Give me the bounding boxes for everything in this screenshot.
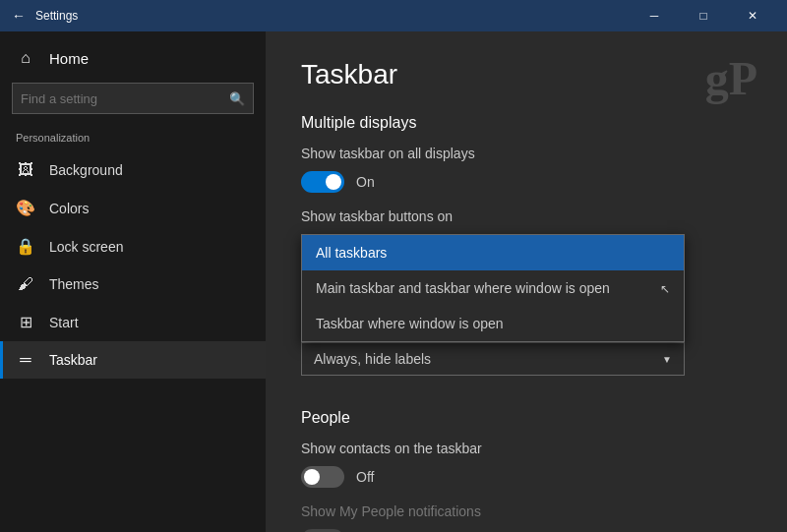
minimize-button[interactable]: ─ [632, 0, 677, 31]
title-bar: ← Settings ─ □ ✕ [0, 0, 787, 31]
app-body: ⌂ Home 🔍 Personalization 🖼 Background 🎨 … [0, 31, 787, 532]
colors-icon: 🎨 [16, 199, 35, 217]
sidebar-item-label: Start [49, 315, 79, 330]
search-box[interactable]: 🔍 [12, 83, 254, 114]
sidebar-item-background[interactable]: 🖼 Background [0, 151, 266, 189]
maximize-button[interactable]: □ [681, 0, 726, 31]
sidebar-section-label: Personalization [0, 128, 266, 151]
combine-buttons-value: Always, hide labels [314, 351, 431, 367]
show-buttons-dropdown-open[interactable]: All taskbars Main taskbar and taskbar wh… [301, 234, 685, 342]
dropdown-option-open-only[interactable]: Taskbar where window is open [302, 306, 684, 341]
notifications-label: Show My People notifications [301, 503, 752, 519]
home-icon: ⌂ [16, 49, 35, 67]
sidebar-item-label: Background [49, 162, 123, 178]
search-input[interactable] [21, 91, 229, 106]
sidebar-item-colors[interactable]: 🎨 Colors [0, 189, 266, 227]
dropdown-option-main-and-open[interactable]: Main taskbar and taskbar where window is… [302, 270, 684, 306]
home-label: Home [49, 50, 89, 67]
chevron-down-icon: ▼ [662, 354, 672, 365]
page-title: Taskbar [301, 59, 752, 90]
title-bar-controls: ─ □ ✕ [632, 0, 775, 31]
sidebar-item-lock-screen[interactable]: 🔒 Lock screen [0, 227, 266, 266]
taskbar-icon: ═ [16, 351, 35, 369]
show-all-displays-label: Show taskbar on all displays [301, 146, 752, 161]
close-button[interactable]: ✕ [730, 0, 775, 31]
lock-icon: 🔒 [16, 237, 35, 256]
show-buttons-on-label: Show taskbar buttons on [301, 208, 752, 224]
start-icon: ⊞ [16, 313, 35, 331]
sidebar: ⌂ Home 🔍 Personalization 🖼 Background 🎨 … [0, 31, 266, 532]
toggle-thumb [326, 174, 341, 190]
show-contacts-label: Show contacts on the taskbar [301, 441, 752, 456]
themes-icon: 🖌 [16, 275, 35, 293]
show-contacts-toggle-row: Off [301, 466, 752, 488]
sidebar-item-themes[interactable]: 🖌 Themes [0, 266, 266, 303]
people-title: People [301, 409, 752, 427]
dropdown-option-all[interactable]: All taskbars [302, 235, 684, 270]
title-bar-title: Settings [35, 9, 78, 23]
combine-buttons-dropdown[interactable]: Always, hide labels ▼ [301, 342, 685, 376]
show-contacts-toggle-label: Off [356, 469, 374, 485]
sidebar-item-home[interactable]: ⌂ Home [0, 39, 266, 77]
show-all-displays-toggle-label: On [356, 174, 375, 190]
sidebar-item-label: Colors [49, 201, 89, 216]
sidebar-item-taskbar[interactable]: ═ Taskbar [0, 341, 266, 379]
show-all-displays-toggle[interactable] [301, 171, 344, 193]
sidebar-item-start[interactable]: ⊞ Start [0, 303, 266, 341]
back-button[interactable]: ← [12, 8, 26, 24]
sidebar-item-label: Taskbar [49, 352, 97, 368]
title-bar-left: ← Settings [12, 8, 78, 24]
show-all-displays-toggle-row: On [301, 171, 752, 193]
multiple-displays-title: Multiple displays [301, 114, 752, 132]
section-divider [301, 389, 752, 409]
sidebar-item-label: Themes [49, 276, 99, 292]
sidebar-item-label: Lock screen [49, 239, 123, 255]
show-contacts-toggle[interactable] [301, 466, 344, 488]
combine-buttons-dropdown-wrapper: Always, hide labels ▼ [301, 342, 752, 376]
search-icon: 🔍 [229, 91, 245, 106]
content-area: gP Taskbar Multiple displays Show taskba… [266, 31, 787, 532]
background-icon: 🖼 [16, 161, 35, 179]
toggle-thumb-contacts [304, 469, 320, 485]
show-buttons-dropdown-wrapper: All taskbars Main taskbar and taskbar wh… [301, 234, 752, 328]
